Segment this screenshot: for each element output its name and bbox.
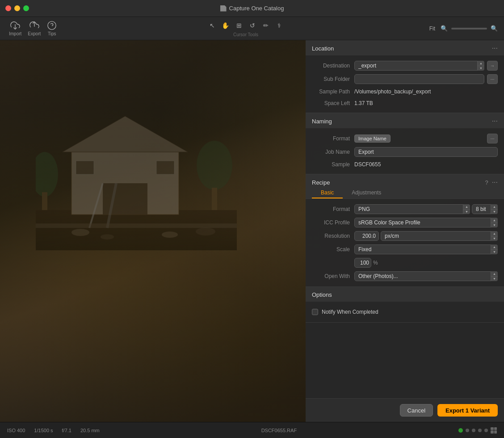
subfolder-input[interactable] [354,74,484,84]
subfolder-row: Sub Folder ··· [306,72,504,86]
naming-format-label: Format [312,135,354,142]
recipe-body: Format PNG ▲ ▼ 8 bit ▲ ▼ [306,199,504,286]
resolution-row: Resolution px/cm ▲ ▼ [306,229,504,243]
tab-basic[interactable]: Basic [312,188,343,198]
naming-section: Naming ··· Format Image Name ··· Job Nam… [306,113,504,174]
icc-down[interactable]: ▼ [491,223,498,228]
job-name-input[interactable] [354,147,498,157]
shutter-value: 1/1500 s [34,428,53,433]
tips-button[interactable]: Tips [44,19,59,38]
iso-value: ISO 400 [7,428,25,433]
scale-down[interactable]: ▼ [491,250,498,255]
svg-marker-6 [63,116,188,152]
resolution-wrapper: px/cm ▲ ▼ [354,231,498,241]
scale-select[interactable]: Fixed [354,244,498,254]
recipe-title: Recipe [312,179,330,186]
tab-adjustments[interactable]: Adjustments [343,188,390,198]
recipe-format-select[interactable]: PNG [354,204,470,214]
filename-value: DSCF0655.RAF [109,428,449,433]
bit-depth-down[interactable]: ▼ [491,210,498,215]
svg-point-19 [196,227,215,236]
recipe-header-right: ? ··· [485,179,498,186]
export-button[interactable]: Export [25,19,43,38]
destination-label: Destination [312,63,354,69]
recipe-header: Recipe ? ··· [306,174,504,186]
job-name-row: Job Name [306,145,504,159]
recipe-format-select-wrapper: PNG ▲ ▼ [354,204,470,214]
scale-percent-input[interactable] [354,258,371,268]
doc-icon [220,5,227,12]
subfolder-menu-button[interactable]: ··· [487,74,498,84]
minimize-button[interactable] [14,5,20,11]
open-with-select[interactable]: Other (Photos)... [354,271,498,281]
export-button[interactable]: Export 1 Variant [437,404,498,417]
destination-select[interactable]: _export [354,61,484,71]
svg-point-17 [101,234,114,240]
scale-up[interactable]: ▲ [491,244,498,250]
svg-point-2 [48,21,56,29]
color-picker-tool[interactable]: ✏ [260,20,272,31]
recipe-help-button[interactable]: ? [485,179,488,186]
notify-label: Notify When Completed [322,309,378,315]
barn-illustration [36,94,237,250]
recipe-format-up[interactable]: ▲ [463,204,470,210]
rotate-tool[interactable]: ↺ [246,20,259,31]
icc-profile-select[interactable]: sRGB Color Space Profile [354,218,498,227]
space-left-label: Space Left [312,100,354,106]
location-actions: ··· [492,45,498,52]
format-token[interactable]: Image Name [354,135,391,143]
resolution-unit-select[interactable]: px/cm [381,231,498,241]
search-icon: 🔍 [441,25,448,32]
icc-profile-label: ICC Profile [312,219,354,226]
svg-rect-11 [42,192,47,210]
window-title: Capture One Catalog [220,5,284,12]
aperture-value: f/7.1 [62,428,71,433]
icc-up[interactable]: ▲ [491,218,498,223]
titlebar: Capture One Catalog [0,0,504,17]
toolbar-right: Fit 🔍 🔍 [428,25,498,33]
sample-path-value: /Volumes/photo_backup/_export [354,88,498,95]
res-unit-up[interactable]: ▲ [491,231,498,236]
crop-tool[interactable]: ⊞ [233,20,245,31]
navigate-button[interactable]: → [487,61,498,71]
notify-checkbox[interactable] [312,309,318,315]
maximize-button[interactable] [23,5,29,11]
subfolder-wrapper: ··· [354,74,498,84]
naming-sample-row: Sample DSCF0655 [306,159,504,170]
focal-value: 20.5 mm [80,428,100,433]
healing-tool[interactable]: ⚕ [273,20,286,31]
recipe-format-row: Format PNG ▲ ▼ 8 bit ▲ ▼ [306,202,504,216]
space-left-value: 1.37 TB [354,100,498,106]
location-menu-button[interactable]: ··· [492,45,498,52]
job-name-label: Job Name [312,149,354,155]
options-body: Notify When Completed [306,302,504,322]
location-section: Location ··· Destination _export ▲ ▼ → [306,40,504,113]
pan-tool[interactable]: ✋ [219,20,232,31]
import-button[interactable]: Import [6,19,24,38]
recipe-format-stepper: ▲ ▼ [463,204,470,214]
svg-rect-8 [76,161,94,174]
magnify-icon[interactable]: 🔍 [491,25,498,32]
open-with-up[interactable]: ▲ [491,271,498,277]
res-unit-down[interactable]: ▼ [491,236,498,241]
recipe-format-down[interactable]: ▼ [463,210,470,215]
icc-profile-row: ICC Profile sRGB Color Space Profile ▲ ▼ [306,216,504,229]
cancel-button[interactable]: Cancel [400,404,433,417]
naming-menu-button[interactable]: ··· [492,118,498,125]
destination-up[interactable]: ▲ [478,61,484,66]
options-section: Options Notify When Completed [306,287,504,323]
grid-view-icon[interactable] [491,427,497,434]
fit-button[interactable]: Fit [428,25,437,33]
dot-1 [466,429,469,432]
cursor-arrow-tool[interactable]: ↖ [206,20,218,31]
resolution-input[interactable] [354,231,379,241]
subfolder-label: Sub Folder [312,76,354,82]
bit-depth-up[interactable]: ▲ [491,204,498,210]
close-button[interactable] [5,5,11,11]
scale-percent-wrapper: % [354,258,498,268]
format-menu-button[interactable]: ··· [487,134,498,143]
cursor-tools-group: ↖ ✋ ⊞ ↺ ✏ ⚕ [206,20,286,31]
open-with-down[interactable]: ▼ [491,277,498,282]
destination-down[interactable]: ▼ [478,66,484,71]
recipe-menu-button[interactable]: ··· [492,179,498,186]
